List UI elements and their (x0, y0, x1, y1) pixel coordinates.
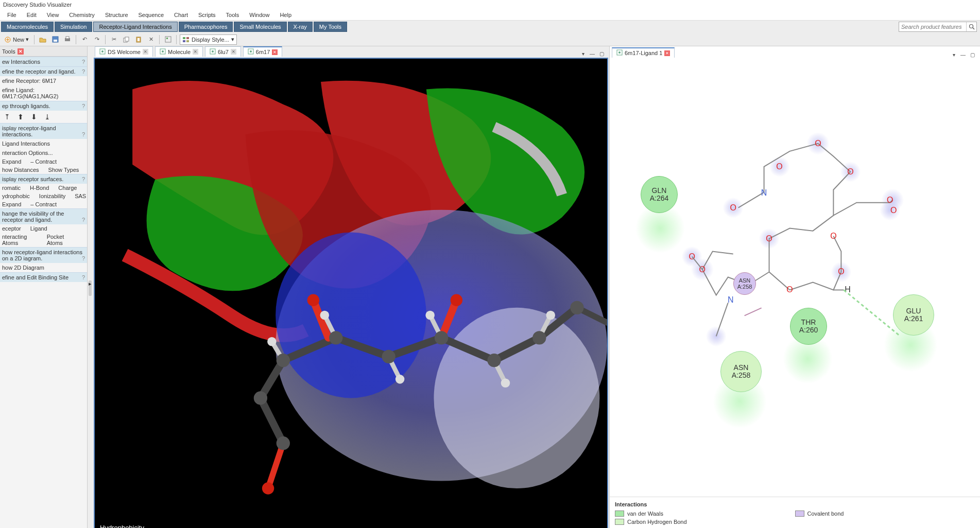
panel-link[interactable]: how 2D Diagram (0, 263, 87, 272)
panel-link[interactable]: nteracting Atoms (2, 234, 38, 246)
residue-glu-A-261[interactable]: GLUA:261 (893, 294, 934, 336)
copy-icon[interactable] (121, 34, 131, 45)
nav-button[interactable]: ⤓ (44, 113, 50, 121)
dropdown-icon[interactable]: ▾ (950, 52, 957, 58)
panel-link[interactable]: – Contract (30, 159, 57, 165)
menu-tools[interactable]: Tools (221, 12, 245, 18)
panel-link[interactable]: nteraction Options... (0, 148, 87, 157)
close-icon[interactable]: ✕ (143, 49, 148, 55)
panel-link[interactable]: how Distances (2, 167, 39, 173)
module-tab-simulation[interactable]: Simulation (55, 22, 92, 32)
dropdown-icon[interactable]: ▾ (26, 36, 29, 43)
doc-tab-6m17-ligand-1[interactable]: 6m17-Ligand 1✕ (612, 47, 675, 58)
search-box[interactable] (899, 22, 977, 32)
diagram-2d[interactable]: O O O O O O O O O O O O (610, 58, 980, 497)
minimize-icon[interactable]: — (589, 51, 596, 57)
doc-tab-molecule[interactable]: Molecule✕ (155, 46, 203, 57)
section-header[interactable]: how receptor-ligand interactions on a 2D… (0, 247, 87, 263)
menu-help[interactable]: Help (274, 12, 297, 18)
panel-link[interactable]: eceptor (2, 225, 21, 232)
panel-link[interactable]: Expand (2, 201, 21, 207)
minimize-icon[interactable]: — (959, 52, 967, 58)
menu-scripts[interactable]: Scripts (193, 12, 221, 18)
panel-link[interactable]: SAS (75, 193, 86, 199)
panel-link[interactable]: Ligand Interactions (0, 139, 87, 148)
module-tab-receptor-ligand-interactions[interactable]: Receptor-Ligand Interactions (93, 22, 177, 32)
menu-chart[interactable]: Chart (169, 12, 193, 18)
panel-link[interactable]: – Contract (30, 201, 57, 207)
module-tab-pharmacophores[interactable]: Pharmacophores (179, 22, 233, 32)
menu-edit[interactable]: Edit (22, 12, 42, 18)
viewer-3d[interactable]: Hydrophobicity 3.002.001.000.00-1.00-2.0… (94, 58, 608, 528)
panel-link[interactable]: Charge (58, 185, 77, 191)
menu-window[interactable]: Window (244, 12, 274, 18)
module-tab-x-ray[interactable]: X-ray (288, 22, 313, 32)
svg-point-50 (382, 350, 395, 363)
panel-link[interactable]: Ligand (30, 225, 47, 232)
display-style-dropdown[interactable]: Display Style... ▾ (180, 34, 237, 45)
close-icon[interactable]: ✕ (193, 49, 198, 55)
config-icon[interactable] (163, 34, 173, 45)
paste-icon[interactable] (133, 34, 144, 45)
svg-text:O: O (776, 162, 782, 171)
module-tab-my-tools[interactable]: My Tools (314, 22, 347, 32)
panel-link[interactable]: Show Types (48, 167, 79, 173)
close-icon[interactable]: ✕ (664, 50, 670, 56)
section-header[interactable]: hange the visibility of the receptor and… (0, 208, 87, 224)
panel-link[interactable]: efine Receptor: 6M17 (0, 76, 87, 85)
nav-button[interactable]: ⬆ (18, 113, 24, 121)
close-icon[interactable]: ✕ (18, 48, 24, 55)
new-button[interactable]: New ▾ (2, 36, 31, 43)
panel-link[interactable]: Pocket Atoms (47, 234, 76, 246)
nav-button[interactable]: ⬇ (31, 113, 37, 121)
menubar: FileEditViewChemistryStructureSequenceCh… (0, 9, 980, 21)
residue-gln-A-264[interactable]: GLNA:264 (641, 176, 678, 213)
cut-icon[interactable]: ✂ (109, 34, 119, 45)
close-icon[interactable]: ✕ (272, 49, 278, 55)
menu-structure[interactable]: Structure (100, 12, 133, 18)
delete-icon[interactable]: ✕ (146, 34, 156, 45)
section-header[interactable]: efine the receptor and ligand. (0, 66, 87, 76)
close-icon[interactable]: ✕ (231, 49, 236, 55)
residue-asn-A-258[interactable]: ASNA:258 (733, 272, 756, 295)
search-input[interactable] (899, 24, 966, 30)
panel-link[interactable]: H-Bond (30, 185, 49, 191)
section-header[interactable]: isplay receptor surfaces. (0, 174, 87, 184)
hydrophobicity-legend: Hydrophobicity 3.002.001.000.00-1.00-2.0… (100, 524, 157, 528)
residue-asn-A-258[interactable]: ASNA:258 (720, 351, 762, 392)
module-tabs: MacromoleculesSimulationReceptor-Ligand … (0, 21, 980, 33)
maximize-icon[interactable]: ▢ (969, 52, 976, 58)
section-header[interactable]: isplay receptor-ligand interactions. (0, 123, 87, 139)
residue-thr-A-260[interactable]: THRA:260 (790, 308, 827, 345)
module-tab-small-molecules[interactable]: Small Molecules (234, 22, 286, 32)
panel-link[interactable]: Ionizability (39, 193, 65, 199)
panel-link[interactable]: ydrophobic (2, 193, 30, 199)
svg-line-36 (261, 398, 283, 443)
redo-icon[interactable]: ↷ (92, 34, 102, 45)
doc-tab-ds-welcome[interactable]: DS Welcome✕ (95, 46, 153, 57)
panel-link[interactable]: romatic (2, 185, 21, 191)
save-icon[interactable] (50, 34, 60, 45)
splitter-left[interactable]: ▸ (88, 46, 93, 528)
menu-chemistry[interactable]: Chemistry (64, 12, 100, 18)
menu-view[interactable]: View (42, 12, 64, 18)
undo-icon[interactable]: ↶ (79, 34, 90, 45)
menu-sequence[interactable]: Sequence (133, 12, 169, 18)
open-icon[interactable] (38, 34, 48, 45)
section-header[interactable]: ep through ligands. (0, 101, 87, 111)
section-header[interactable]: efine and Edit Binding Site (0, 272, 87, 282)
panel-link[interactable]: Expand (2, 159, 21, 165)
legend-title: Hydrophobicity (100, 524, 157, 528)
section-header[interactable]: ew Interactions (0, 57, 87, 66)
doc-tab-6m17[interactable]: 6m17✕ (243, 46, 283, 57)
doc-tab-6lu7[interactable]: 6lu7✕ (205, 46, 241, 57)
menu-file[interactable]: File (2, 12, 22, 18)
search-icon[interactable] (966, 22, 976, 31)
svg-point-57 (570, 301, 583, 314)
nav-button[interactable]: ⤒ (4, 113, 10, 121)
dropdown-icon[interactable]: ▾ (579, 51, 587, 57)
module-tab-macromolecules[interactable]: Macromolecules (1, 22, 54, 32)
maximize-icon[interactable]: ▢ (598, 51, 605, 57)
print-icon[interactable] (62, 34, 73, 45)
panel-link[interactable]: efine Ligand: 6M17:G(NAG1,NAG2) (0, 85, 87, 101)
